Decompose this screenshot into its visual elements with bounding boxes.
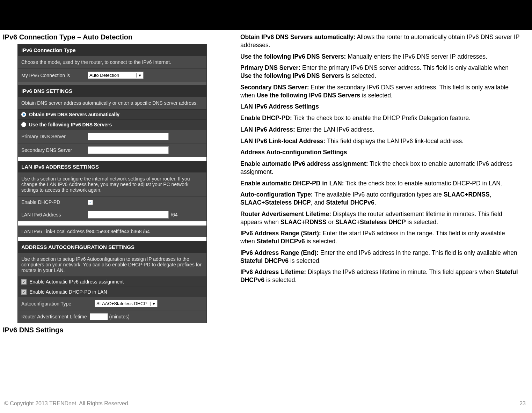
section-autoconf-desc: Use this section to setup IPv6 Autoconfi… bbox=[18, 253, 206, 276]
secondary-dns-input[interactable] bbox=[88, 146, 169, 154]
dhcp-pd-checkbox[interactable]: ✓ bbox=[88, 200, 93, 205]
auto-pd-row[interactable]: ✓ Enable Automatic DHCP-PD in LAN bbox=[18, 287, 206, 297]
sub-heading-dns-settings: IPv6 DNS Settings bbox=[3, 326, 226, 334]
autoconf-type-label: Autoconfiguration Type bbox=[21, 301, 95, 307]
connection-label: My IPv6 Connection is bbox=[21, 73, 88, 78]
autoconf-type-row: Autoconfiguration Type SLAAC+Stateless D… bbox=[18, 297, 206, 310]
documentation-text: Obtain IPv6 DNS Servers automatically: A… bbox=[226, 33, 521, 337]
header-black-bar bbox=[0, 0, 532, 30]
secondary-dns-label: Secondary DNS Server bbox=[21, 147, 88, 153]
lan-ipv6-addr-input[interactable] bbox=[88, 211, 169, 219]
lan-ipv6-addr-row: LAN IPv6 Address /64 bbox=[18, 208, 206, 221]
auto-pd-label: Enable Automatic DHCP-PD in LAN bbox=[29, 289, 107, 295]
section-ipv6-conn-type-desc: Choose the mode, used by the router, to … bbox=[18, 56, 206, 68]
auto-assign-label: Enable Automatic IPv6 address assignment bbox=[29, 279, 124, 285]
autoconf-type-value: SLAAC+Stateless DHCP bbox=[96, 301, 147, 306]
connection-select[interactable]: Auto Detection ▼ bbox=[88, 72, 144, 79]
autoconf-type-select[interactable]: SLAAC+Stateless DHCP ▼ bbox=[95, 300, 158, 307]
radio-icon bbox=[21, 122, 26, 127]
page-title: IPv6 Connection Type – Auto Detection bbox=[3, 33, 226, 41]
connection-row: My IPv6 Connection is Auto Detection ▼ bbox=[18, 68, 206, 82]
section-dns-desc: Obtain DNS server address automatically … bbox=[18, 97, 206, 109]
section-autoconf-head: ADDRESS AUTOCONFIGURATION SETTINGS bbox=[18, 241, 206, 253]
radio-obtain-auto-label: Obtain IPv6 DNS Servers automatically bbox=[29, 112, 119, 117]
dhcp-pd-label: Enable DHCP-PD bbox=[21, 199, 88, 205]
footer-copyright: © Copyright 2013 TRENDnet. All Rights Re… bbox=[4, 400, 130, 407]
router-settings-panel: IPv6 Connection Type Choose the mode, us… bbox=[17, 44, 207, 323]
ra-lifetime-label: Router Advertisement Lifetime bbox=[21, 314, 87, 319]
radio-obtain-auto[interactable]: Obtain IPv6 DNS Servers automatically bbox=[18, 109, 206, 119]
lan-ipv6-addr-label: LAN IPv6 Address bbox=[21, 212, 88, 217]
connection-select-value: Auto Detection bbox=[89, 73, 119, 78]
ra-lifetime-unit: (minutes) bbox=[109, 314, 130, 319]
section-lan-desc: Use this section to configure the intern… bbox=[18, 172, 206, 196]
radio-icon bbox=[21, 112, 26, 117]
section-lan-head: LAN IPv6 ADDRESS SETTINGS bbox=[18, 161, 206, 172]
dhcp-pd-row: Enable DHCP-PD ✓ bbox=[18, 196, 206, 208]
auto-assign-checkbox[interactable]: ✓ bbox=[21, 279, 27, 285]
lan-linklocal-row: LAN IPv6 Link-Local Address fe80::5e33:8… bbox=[18, 226, 206, 237]
primary-dns-label: Primary DNS Server bbox=[21, 134, 88, 139]
chevron-down-icon: ▼ bbox=[150, 302, 156, 306]
radio-use-following-label: Use the following IPv6 DNS Servers bbox=[29, 122, 112, 127]
primary-dns-input[interactable] bbox=[88, 133, 169, 140]
lan-linklocal-text: LAN IPv6 Link-Local Address fe80::5e33:8… bbox=[21, 229, 150, 234]
section-ipv6-conn-type-head: IPv6 Connection Type bbox=[18, 44, 206, 56]
auto-pd-checkbox[interactable]: ✓ bbox=[21, 289, 27, 295]
radio-use-following[interactable]: Use the following IPv6 DNS Servers bbox=[18, 119, 206, 130]
lan-ipv6-addr-suffix: /64 bbox=[171, 212, 177, 217]
secondary-dns-row: Secondary DNS Server bbox=[18, 143, 206, 157]
footer-page-number: 23 bbox=[519, 400, 526, 407]
ra-lifetime-row: Router Advertisement Lifetime (minutes) bbox=[18, 310, 206, 323]
auto-assign-row[interactable]: ✓ Enable Automatic IPv6 address assignme… bbox=[18, 276, 206, 287]
ra-lifetime-input[interactable] bbox=[90, 313, 108, 320]
section-dns-head: IPv6 DNS SETTINGS bbox=[18, 85, 206, 97]
chevron-down-icon: ▼ bbox=[136, 73, 142, 78]
primary-dns-row: Primary DNS Server bbox=[18, 130, 206, 143]
